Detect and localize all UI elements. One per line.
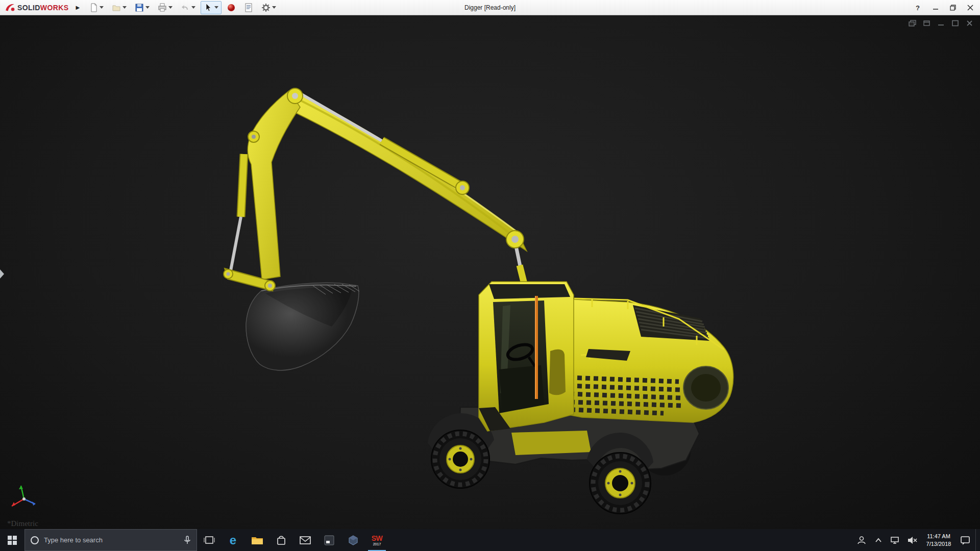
open-button[interactable] xyxy=(109,1,130,14)
dropdown-caret[interactable] xyxy=(191,6,195,9)
gear-icon xyxy=(261,3,271,12)
bucket xyxy=(246,283,359,370)
dropdown-caret[interactable] xyxy=(100,6,104,9)
clock-time: 11:47 AM xyxy=(922,533,955,540)
open-folder-icon xyxy=(112,3,121,12)
excavator-body xyxy=(566,298,733,422)
document-properties-icon xyxy=(244,3,253,12)
excavator-model[interactable] xyxy=(0,0,980,551)
viewport-minimize-button[interactable] xyxy=(937,19,945,27)
rear-left-wheel xyxy=(590,453,651,514)
viewport-maximize-icon xyxy=(951,20,959,27)
taskbar: e SW 2017 xyxy=(0,529,980,551)
hidden-icons-button[interactable] xyxy=(872,529,885,551)
undo-button[interactable] xyxy=(178,1,199,14)
shopping-bag-icon xyxy=(276,535,287,546)
viewport-popout-button[interactable] xyxy=(922,19,931,27)
front-left-wheel xyxy=(431,430,489,488)
mail-button[interactable] xyxy=(293,529,317,551)
save-floppy-icon xyxy=(135,3,144,12)
minimize-button[interactable] xyxy=(928,2,943,14)
window-controls: ? xyxy=(910,0,978,15)
cube-app-button[interactable] xyxy=(341,529,365,551)
ds-logo-icon xyxy=(4,2,15,13)
viewport-restore-icon xyxy=(909,20,916,27)
file-explorer-icon xyxy=(251,535,263,545)
print-button[interactable] xyxy=(155,1,176,14)
file-explorer-button[interactable] xyxy=(245,529,269,551)
viewport-minimize-icon xyxy=(937,20,945,27)
viewport-restore-button[interactable] xyxy=(908,19,917,27)
viewport-window-controls xyxy=(908,19,974,27)
action-center-button[interactable] xyxy=(959,529,972,551)
excavator-cab xyxy=(479,282,574,431)
viewport-maximize-button[interactable] xyxy=(951,19,960,27)
menu-bar: SOLIDWORKS ▶ xyxy=(0,0,980,15)
microphone-icon[interactable] xyxy=(183,536,191,545)
people-icon xyxy=(856,535,867,545)
solidworks-2017-button[interactable]: SW 2017 xyxy=(365,529,389,551)
edge-button[interactable]: e xyxy=(221,529,245,551)
viewport-close-button[interactable] xyxy=(965,19,974,27)
toolbar-flyout-arrow[interactable]: ▶ xyxy=(72,5,85,10)
dropdown-caret[interactable] xyxy=(214,6,218,9)
dropdown-caret[interactable] xyxy=(122,6,127,9)
solidworks-logo: SOLIDWORKS xyxy=(0,2,72,13)
system-tray: 11:47 AM 7/13/2018 xyxy=(855,529,980,551)
task-view-icon xyxy=(204,535,215,545)
save-button[interactable] xyxy=(132,1,153,14)
volume-button[interactable] xyxy=(905,529,919,551)
select-cursor-icon xyxy=(204,3,213,12)
close-button[interactable] xyxy=(963,2,978,14)
print-icon xyxy=(158,3,167,12)
new-document-icon xyxy=(89,3,98,12)
undo-arrow-icon xyxy=(181,3,190,12)
store-button[interactable] xyxy=(269,529,293,551)
help-button[interactable]: ? xyxy=(910,4,926,12)
dropdown-caret[interactable] xyxy=(168,6,173,9)
windows-logo-icon xyxy=(8,536,17,545)
minimize-icon xyxy=(933,5,939,11)
app-tile-icon xyxy=(324,535,335,546)
restore-button[interactable] xyxy=(945,2,961,14)
solidworks-2017-icon: SW 2017 xyxy=(372,535,383,546)
taskbar-search[interactable] xyxy=(24,529,197,551)
dropdown-caret[interactable] xyxy=(145,6,150,9)
clock[interactable]: 11:47 AM 7/13/2018 xyxy=(922,533,955,547)
brand-works: WORKS xyxy=(40,4,69,12)
document-properties-button[interactable] xyxy=(241,1,256,14)
network-button[interactable] xyxy=(889,529,902,551)
clock-date: 7/13/2018 xyxy=(922,540,955,547)
start-button[interactable] xyxy=(0,529,24,551)
people-button[interactable] xyxy=(855,529,868,551)
close-icon xyxy=(967,5,973,11)
edge-icon: e xyxy=(230,534,236,546)
window-title: Digger [Read-only] xyxy=(464,4,516,11)
chevron-up-icon xyxy=(874,537,883,543)
show-desktop-button[interactable] xyxy=(975,529,978,551)
viewport-popout-icon xyxy=(923,20,930,27)
brand-solid: SOLID xyxy=(17,4,40,12)
panel-flyout-arrow[interactable] xyxy=(0,269,4,279)
search-input[interactable] xyxy=(44,536,179,544)
cube-app-icon xyxy=(348,535,359,546)
viewport-close-icon xyxy=(966,20,973,27)
volume-muted-icon xyxy=(907,536,917,545)
appearance-button[interactable] xyxy=(224,1,239,14)
action-center-icon xyxy=(960,535,970,545)
options-button[interactable] xyxy=(258,1,279,14)
restore-icon xyxy=(950,5,956,11)
dropdown-caret[interactable] xyxy=(272,6,276,9)
view-orientation-label: *Dimetric xyxy=(7,519,38,528)
network-icon xyxy=(890,536,900,545)
red-sphere-icon xyxy=(227,3,236,12)
app-tile-button[interactable] xyxy=(317,529,341,551)
cortana-icon xyxy=(30,536,39,545)
select-tool-button[interactable] xyxy=(201,1,222,14)
orientation-triad xyxy=(12,486,35,506)
task-view-button[interactable] xyxy=(197,529,221,551)
mail-envelope-icon xyxy=(300,536,311,545)
new-document-button[interactable] xyxy=(86,1,107,14)
